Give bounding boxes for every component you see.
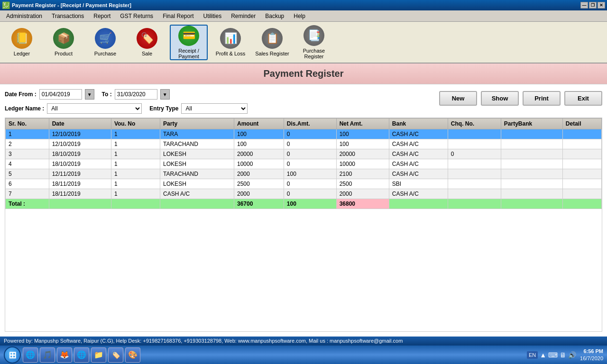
app-icon: 💹 xyxy=(2,1,10,9)
show-button[interactable]: Show xyxy=(481,91,519,106)
sales-register-icon: 📋 xyxy=(262,28,283,49)
clock-time: 6:56 PM xyxy=(580,348,603,355)
date-from-group: Date From : ▼ xyxy=(5,89,94,100)
taskbar-paint-icon[interactable]: 🎨 xyxy=(125,347,140,363)
table-container: Sr. No. Date Vou. No Party Amount Dis.Am… xyxy=(5,118,602,332)
print-button[interactable]: Print xyxy=(523,91,561,106)
toolbar-profit-label: Profit & Loss xyxy=(216,51,245,56)
payment-table: Sr. No. Date Vou. No Party Amount Dis.Am… xyxy=(5,118,602,209)
page-title: Payment Register xyxy=(0,64,607,84)
clock-area: 6:56 PM 16/7/2020 xyxy=(580,348,603,362)
table-row[interactable]: 418/10/20191LOKESH10000010000CASH A/C xyxy=(6,159,602,169)
col-net-amt: Net Amt. xyxy=(336,118,389,129)
restore-button[interactable]: ❐ xyxy=(589,2,597,9)
menu-final-report[interactable]: Final Report xyxy=(158,11,198,21)
table-row[interactable]: 718/11/20191CASH A/C200002000CASH A/C xyxy=(6,189,602,199)
profit-loss-icon: 📊 xyxy=(220,28,241,49)
entry-type-label: Entry Type xyxy=(149,105,178,112)
date-to-calendar-button[interactable]: ▼ xyxy=(160,89,170,100)
taskbar-chrome-icon[interactable]: 🌐 xyxy=(74,347,89,363)
date-to-input[interactable] xyxy=(115,89,157,100)
col-chq-no: Chq. No. xyxy=(448,118,501,129)
system-tray: EN ▲ ⌨ 🖥 🔊 xyxy=(527,351,576,359)
action-buttons-area: New Show Print Exit xyxy=(439,89,602,106)
menu-bar: Administration Transactions Report GST R… xyxy=(0,10,607,22)
taskbar-firefox-icon[interactable]: 🦊 xyxy=(57,347,72,363)
taskbar-apps: 🌐 🎵 🦊 🌐 📁 🏷️ 🎨 xyxy=(23,347,140,363)
tray-up-arrow-icon[interactable]: ▲ xyxy=(540,351,546,359)
minimize-button[interactable]: — xyxy=(580,2,588,9)
toolbar-purchase-register-label: Purchase Register xyxy=(295,48,332,59)
col-party: Party xyxy=(160,118,234,129)
title-bar: 💹 Payment Register - [Receipt / Payment … xyxy=(0,0,607,10)
clock-date: 16/7/2020 xyxy=(580,355,603,362)
taskbar-app2-icon[interactable]: 🏷️ xyxy=(108,347,123,363)
entry-type-group: Entry Type All xyxy=(149,103,248,114)
menu-utilities[interactable]: Utilities xyxy=(199,11,226,21)
status-text: Powered by: Manpushp Software, Raipur (C… xyxy=(4,338,403,344)
menu-gst-returns[interactable]: GST Returns xyxy=(116,11,157,21)
toolbar-receipt-payment[interactable]: 💳 Receipt / Payment xyxy=(170,25,208,60)
toolbar-profit-loss[interactable]: 📊 Profit & Loss xyxy=(212,25,249,60)
col-party-bank: PartyBank xyxy=(501,118,562,129)
tray-en-icon: EN xyxy=(527,351,538,359)
toolbar-sales-register-label: Sales Register xyxy=(255,51,289,56)
tray-keyboard-icon: ⌨ xyxy=(548,351,558,359)
taskbar-folder-icon[interactable]: 📁 xyxy=(91,347,106,363)
taskbar-right: EN ▲ ⌨ 🖥 🔊 6:56 PM 16/7/2020 xyxy=(527,348,603,362)
toolbar-product-label: Product xyxy=(55,51,73,56)
col-vou-no: Vou. No xyxy=(111,118,160,129)
menu-help[interactable]: Help xyxy=(289,11,310,21)
date-from-label: Date From : xyxy=(5,91,37,98)
ledger-entry-filter-row: Ledger Name : All Entry Type All xyxy=(5,103,248,114)
tray-network-icon: 🖥 xyxy=(560,351,566,359)
toolbar-purchase-register[interactable]: 📑 Purchase Register xyxy=(295,25,333,60)
date-to-group: To : ▼ xyxy=(102,89,170,100)
menu-administration[interactable]: Administration xyxy=(2,11,46,21)
filter-buttons-area: Date From : ▼ To : ▼ Ledger Name : All xyxy=(5,89,602,114)
toolbar-ledger-label: Ledger xyxy=(14,51,30,56)
toolbar-receipt-label: Receipt / Payment xyxy=(171,48,207,59)
start-button[interactable]: ⊞ xyxy=(4,346,21,364)
col-bank: Bank xyxy=(389,118,448,129)
col-dis-amt: Dis.Amt. xyxy=(284,118,336,129)
sale-icon: 🏷️ xyxy=(137,28,157,49)
taskbar: ⊞ 🌐 🎵 🦊 🌐 📁 🏷️ 🎨 EN ▲ ⌨ 🖥 🔊 6:56 PM 16/7… xyxy=(0,345,607,364)
tray-volume-icon[interactable]: 🔊 xyxy=(568,351,576,359)
toolbar-sale[interactable]: 🏷️ Sale xyxy=(128,25,166,60)
table-row[interactable]: 512/11/20191TARACHAND20001002100CASH A/C xyxy=(6,169,602,179)
toolbar-product[interactable]: 📦 Product xyxy=(45,25,83,60)
menu-transactions[interactable]: Transactions xyxy=(47,11,88,21)
purchase-register-icon: 📑 xyxy=(304,25,324,46)
col-date: Date xyxy=(49,118,111,129)
toolbar-purchase[interactable]: 🛒 Purchase xyxy=(86,25,124,60)
menu-report[interactable]: Report xyxy=(89,11,115,21)
entry-type-select[interactable]: All xyxy=(181,103,248,114)
menu-reminder[interactable]: Reminder xyxy=(227,11,260,21)
status-bar: Powered by: Manpushp Software, Raipur (C… xyxy=(0,337,607,345)
total-row: Total :3670010036800 xyxy=(6,199,602,209)
table-row[interactable]: 112/10/20191TARA1000100CASH A/C xyxy=(6,129,602,139)
table-row[interactable]: 212/10/20191TARACHAND1000100CASH A/C xyxy=(6,139,602,149)
ledger-name-select[interactable]: All xyxy=(47,103,142,114)
date-from-input[interactable] xyxy=(39,89,82,100)
table-row[interactable]: 318/10/20191LOKESH20000020000CASH A/C0 xyxy=(6,149,602,159)
col-amount: Amount xyxy=(234,118,284,129)
exit-button[interactable]: Exit xyxy=(564,91,602,106)
start-icon: ⊞ xyxy=(9,349,17,361)
new-button[interactable]: New xyxy=(439,91,477,106)
toolbar: 📒 Ledger 📦 Product 🛒 Purchase 🏷️ Sale 💳 … xyxy=(0,22,607,64)
purchase-icon: 🛒 xyxy=(95,28,116,49)
close-button[interactable]: ✕ xyxy=(598,2,605,9)
toolbar-purchase-label: Purchase xyxy=(94,51,116,56)
taskbar-ie-icon[interactable]: 🌐 xyxy=(23,347,38,363)
ledger-name-label: Ledger Name : xyxy=(5,105,44,112)
menu-backup[interactable]: Backup xyxy=(261,11,288,21)
product-icon: 📦 xyxy=(53,28,74,49)
table-row[interactable]: 618/11/20191LOKESH250002500SBI xyxy=(6,179,602,189)
toolbar-sales-register[interactable]: 📋 Sales Register xyxy=(253,25,291,60)
toolbar-ledger[interactable]: 📒 Ledger xyxy=(3,25,41,60)
col-detail: Detail xyxy=(562,118,601,129)
taskbar-media-icon[interactable]: 🎵 xyxy=(40,347,55,363)
date-from-calendar-button[interactable]: ▼ xyxy=(85,89,94,100)
